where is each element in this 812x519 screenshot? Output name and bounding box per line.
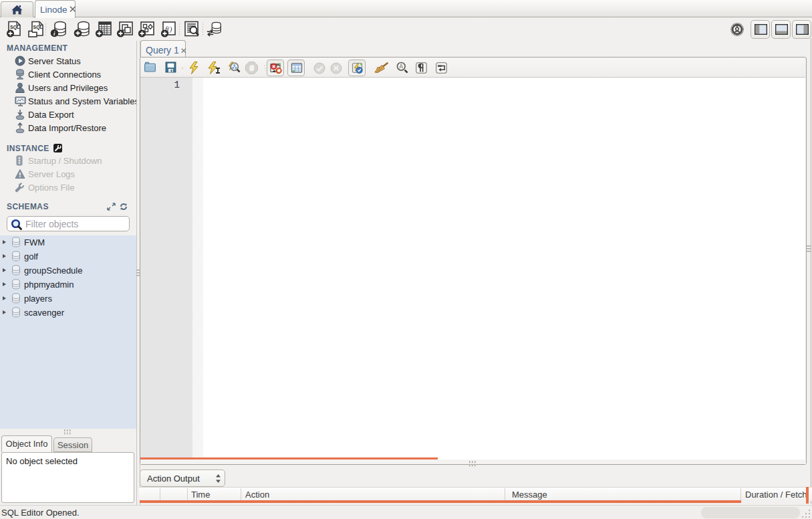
svg-text:SQL: SQL	[33, 25, 43, 30]
svg-text:SQL: SQL	[10, 25, 20, 30]
